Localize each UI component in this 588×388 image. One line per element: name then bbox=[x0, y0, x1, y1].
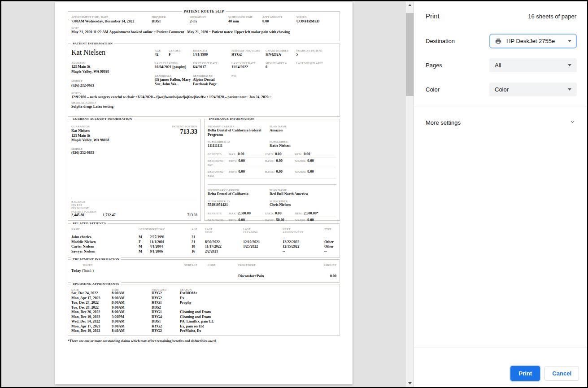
scrollbar-thumb[interactable] bbox=[406, 13, 414, 96]
settings-divider bbox=[414, 106, 587, 106]
table-cell bbox=[205, 235, 243, 240]
table-cell: AMOUNT bbox=[309, 263, 336, 266]
table-row: DED OWED PATPREV:0.00BASIC:0.00MAJOR:0.0… bbox=[208, 157, 336, 168]
scroll-down-icon bbox=[408, 382, 412, 384]
table-cell: HYG2 bbox=[152, 296, 180, 301]
table-cell: PA, LimitEx, pain LL bbox=[180, 319, 336, 324]
color-label: Color bbox=[426, 86, 440, 93]
scrollbar-down-button[interactable] bbox=[406, 379, 414, 387]
table-cell: 8:00AM bbox=[112, 310, 152, 315]
table-cell: NEXT APPOINTMENT bbox=[283, 227, 324, 234]
table-cell: GENDER bbox=[139, 227, 150, 234]
color-value: Color bbox=[495, 86, 509, 93]
section-upcoming-appointments: UPCOMING APPOINTMENTS DATETIMEPROVIDERRE… bbox=[68, 284, 340, 336]
primary-plan-label: PLAN NAME bbox=[270, 125, 336, 128]
table-cell: LAST VISIT bbox=[205, 227, 243, 234]
destination-dropdown[interactable]: HP DeskJet 2755e bbox=[489, 34, 577, 48]
gender-label: GENDER bbox=[169, 49, 193, 52]
table-cell: 21 bbox=[192, 240, 205, 245]
table-cell: 8:00AM bbox=[112, 301, 152, 305]
dialog-buttons: Print Cancel bbox=[510, 366, 579, 381]
table-row: 7:00AM Wednesday, December 14, 2022DDS12… bbox=[71, 18, 336, 23]
table-cell: Carter Nielsen bbox=[71, 244, 139, 249]
primary-carrier-value: Delta Dental of California Federal Progr… bbox=[208, 128, 270, 138]
table-cell: Ex, pain on UR bbox=[180, 324, 336, 329]
table-cell: Mon, Apr 17, 2023 bbox=[71, 296, 112, 301]
patient-section-title: PATIENT INFORMATION bbox=[71, 42, 114, 45]
table-cell: 2/27/1991 bbox=[150, 235, 192, 240]
medical-alerts-label: MEDICAL ALERTS bbox=[71, 101, 336, 105]
mobile-value: (626) 232-9633 bbox=[71, 83, 155, 88]
table-cell: USED:0.00 bbox=[265, 152, 295, 156]
table-row: TOOTHSURFACECODEPROCEDUREAMOUNT bbox=[71, 263, 336, 266]
table-row: NAMEGENDERBIRTHDAYAGELAST VISITLAST CLEA… bbox=[71, 227, 336, 234]
insurance-section-title: INSURANCE INFORMATION bbox=[207, 117, 256, 121]
table-cell: 8:00AM bbox=[112, 319, 152, 324]
last-missed-appt-label: LAST MISSED APPT bbox=[296, 61, 336, 65]
table-cell: STATUS bbox=[296, 15, 336, 18]
years-as-patient-value: 5 bbox=[296, 52, 336, 57]
table-cell: MAJOR:0.00 bbox=[295, 170, 336, 178]
referrals-label: REFERRALS bbox=[155, 74, 193, 78]
table-cell: 2/2/2021 bbox=[205, 249, 243, 254]
pages-dropdown[interactable]: All bbox=[489, 58, 577, 72]
table-row: Mon, Dec 19, 20223:20PMHYG4Cleaning and … bbox=[71, 315, 336, 320]
print-preview-pane: PATIENT ROUTE SLIP APPOINTMENT TIME / DA… bbox=[1, 1, 406, 387]
table-cell: -- bbox=[283, 235, 324, 240]
section-insurance: INSURANCE INFORMATION PRIMARY CARRIER De… bbox=[204, 119, 340, 221]
table-cell: 11/17/2022 bbox=[205, 244, 243, 249]
table-cell: 1/25/2022 bbox=[243, 244, 283, 249]
table-row: Mon, Apr 17, 20238:00AMHYG2Ex bbox=[71, 296, 336, 301]
balance-value: 2,445.80 bbox=[71, 213, 103, 218]
primary-subscriber-id-label: SUBSCRIBER ID bbox=[208, 140, 270, 144]
table-cell: DATE bbox=[71, 288, 112, 291]
pages-label: Pages bbox=[426, 62, 442, 69]
table-row: BENEFITSMAX:2,500.00USED:0.00REM:2,500.0… bbox=[208, 210, 336, 217]
preview-scrollbar[interactable] bbox=[406, 1, 414, 387]
gender-value: F bbox=[169, 52, 193, 57]
print-settings-panel: Print 16 sheets of paper Destination HP … bbox=[414, 1, 587, 387]
table-cell: HYG4 bbox=[152, 315, 180, 320]
table-cell: 9:00AM bbox=[112, 305, 152, 310]
age-value: 42 bbox=[155, 52, 169, 57]
spacer-cell bbox=[296, 74, 336, 78]
table-row: Mon, Dec 19, 20228:40AMHYG2PerMaint, Ex bbox=[71, 329, 336, 334]
table-cell: Cleaning and Exam bbox=[180, 315, 336, 320]
scrollbar-up-button[interactable] bbox=[406, 1, 414, 9]
last-cleaning-label: LAST CLEANING bbox=[155, 61, 193, 65]
related-patients-header: NAMEGENDERBIRTHDAYAGELAST VISITLAST CLEA… bbox=[71, 227, 336, 234]
table-cell: HYG1 bbox=[152, 301, 180, 305]
footer-divider bbox=[414, 348, 587, 348]
cancel-button[interactable]: Cancel bbox=[544, 366, 579, 381]
table-cell: DDS2 bbox=[152, 305, 180, 310]
treatment-row: Discomfort/Pain 0.00 bbox=[71, 274, 336, 278]
table-row: Tue, Dec 27, 20228:00AMHYG1Prophy bbox=[71, 301, 336, 305]
destination-value: HP DeskJet 2755e bbox=[506, 38, 555, 44]
treatment-today-line: Today (Total: ) bbox=[71, 269, 336, 273]
chevron-down-icon bbox=[570, 119, 575, 126]
upcoming-table: Sat, Dec 24, 20228:00AMHYG2ExtBlOfArMon,… bbox=[71, 291, 336, 334]
last-cleaning-value: 10/04/2021 [prophy] bbox=[155, 65, 193, 70]
table-cell: DDS1 bbox=[152, 19, 190, 23]
table-cell: -- bbox=[324, 235, 336, 240]
more-settings-toggle[interactable]: More settings bbox=[414, 112, 587, 133]
color-dropdown[interactable]: Color bbox=[489, 83, 577, 96]
table-cell: SCHEDULED TIME bbox=[228, 15, 262, 18]
table-cell: REM:0.00 bbox=[295, 152, 336, 156]
table-cell: M bbox=[139, 235, 150, 240]
more-settings-label: More settings bbox=[426, 119, 461, 126]
table-cell: AGE bbox=[192, 227, 205, 234]
secondary-subscriber-id-value: 55491051421 bbox=[208, 203, 270, 207]
primary-subscriber-label: SUBSCRIBER bbox=[270, 140, 336, 144]
account-mobile-label: MOBILE bbox=[71, 147, 197, 151]
note-value: May 21, 2020 11:22 AM Appointment booked… bbox=[71, 30, 336, 35]
table-row: Carter NielsenM4/1/20041811/17/20221/25/… bbox=[71, 244, 336, 249]
guarantor-value: Kat Nielsen 123 Main St Maple Valley, WA… bbox=[71, 129, 197, 143]
table-cell: Cleaning and Exam bbox=[180, 310, 336, 315]
section-related-patients: RELATED PATIENTS NAMEGENDERBIRTHDAYAGELA… bbox=[68, 223, 340, 258]
table-cell: PROCEDURE bbox=[238, 263, 309, 266]
fyi-value bbox=[231, 78, 296, 87]
primary-subscriber-id-value: 111111111 bbox=[208, 144, 270, 148]
table-row: APPOINTMENT TIME / DATEPROVIDEROPERATORY… bbox=[71, 15, 336, 18]
print-button[interactable]: Print bbox=[510, 366, 540, 381]
